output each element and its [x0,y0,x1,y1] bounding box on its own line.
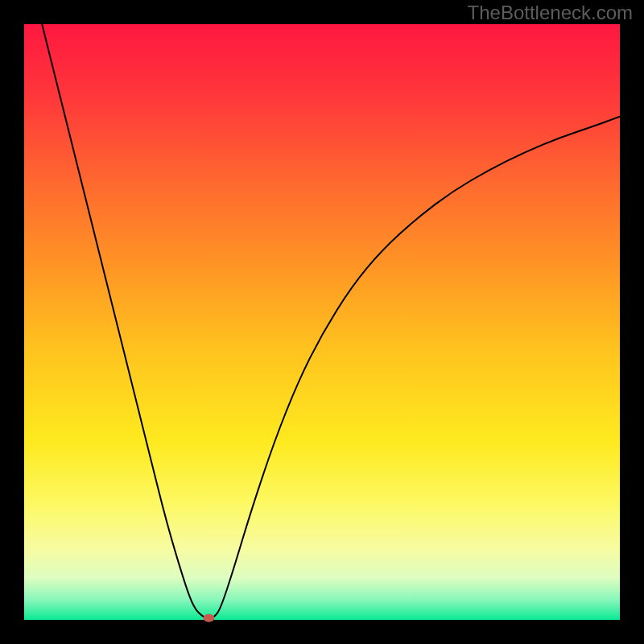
current-point-marker [203,614,214,622]
bottleneck-chart [0,0,644,644]
watermark-text: TheBottleneck.com [468,2,633,24]
chart-container: TheBottleneck.com [0,0,644,644]
plot-background [24,24,620,620]
